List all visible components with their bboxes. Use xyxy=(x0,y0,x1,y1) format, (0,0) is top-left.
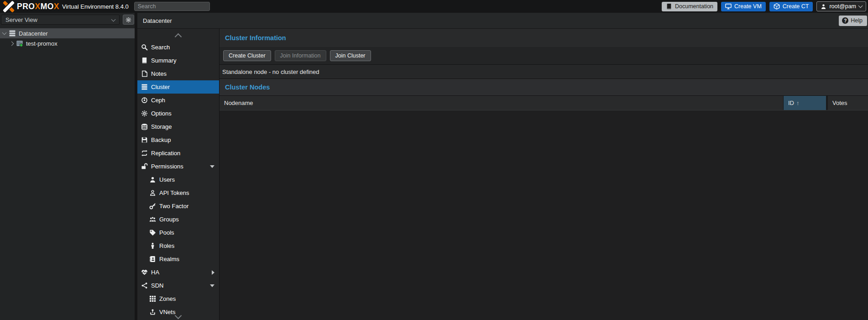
chevron-down-icon xyxy=(111,17,116,21)
tree-item-datacenter[interactable]: Datacenter xyxy=(0,28,135,38)
wordmark-segment: X xyxy=(35,2,40,11)
sort-ascending-icon: ↑ xyxy=(796,100,800,106)
chevron-down-icon[interactable] xyxy=(2,31,7,35)
person-icon xyxy=(149,242,156,249)
sidebar-item-cluster[interactable]: Cluster xyxy=(137,80,219,94)
server-icon xyxy=(141,84,148,90)
user-icon xyxy=(821,4,826,10)
gear-icon xyxy=(125,17,131,23)
column-header-nodename[interactable]: Nodename xyxy=(220,96,783,110)
sidebar-item-label: Pools xyxy=(159,229,174,236)
scroll-down-indicator[interactable] xyxy=(137,313,219,320)
user-icon xyxy=(149,176,156,183)
documentation-button[interactable]: Documentation xyxy=(662,2,717,11)
create-vm-button[interactable]: Create VM xyxy=(721,2,766,11)
sidebar-item-label: Search xyxy=(151,44,170,51)
wordmark-segment: MO xyxy=(41,2,54,11)
chevron-down-icon xyxy=(858,4,863,8)
wordmark-segment: PRO xyxy=(17,2,35,11)
gear-icon xyxy=(141,110,148,117)
sidebar-item-ceph[interactable]: Ceph xyxy=(137,94,219,107)
grid-icon xyxy=(149,295,156,302)
join-information-button[interactable]: Join Information xyxy=(275,50,326,61)
sidebar-item-options[interactable]: Options xyxy=(137,107,219,120)
key-icon xyxy=(149,203,156,210)
sidebar-item-groups[interactable]: Groups xyxy=(137,213,219,226)
sidebar-item-two-factor[interactable]: Two Factor xyxy=(137,199,219,213)
sidebar-item-search[interactable]: Search xyxy=(137,41,219,54)
tree-item-label: test-promox xyxy=(26,40,58,47)
sidebar-item-realms[interactable]: Realms xyxy=(137,252,219,266)
column-header-votes[interactable]: Votes xyxy=(828,96,868,110)
book-icon xyxy=(141,57,148,64)
sidebar-item-roles[interactable]: Roles xyxy=(137,239,219,252)
note-icon xyxy=(141,70,148,77)
tree-item-label: Datacenter xyxy=(19,30,48,37)
sidebar-item-api-tokens[interactable]: API Tokens xyxy=(137,186,219,199)
book-icon xyxy=(666,3,672,10)
create-cluster-button[interactable]: Create Cluster xyxy=(223,50,271,61)
view-selector-value: Server View xyxy=(5,16,37,23)
sidebar-item-label: SDN xyxy=(151,282,163,289)
user-menu-button[interactable]: root@pam xyxy=(816,1,866,11)
proxmox-logo-icon xyxy=(2,1,15,12)
page-title: Datacenter xyxy=(143,17,172,24)
sidebar-item-label: Permissions xyxy=(151,163,183,170)
topbar-actions: DocumentationCreate VMCreate CTroot@pam xyxy=(662,1,866,11)
user-label: root@pam xyxy=(829,3,856,10)
join-cluster-button[interactable]: Join Cluster xyxy=(330,50,371,61)
sidebar-item-sdn[interactable]: SDN xyxy=(137,279,219,292)
global-search-input[interactable] xyxy=(134,2,210,11)
heartbeat-icon xyxy=(141,269,148,276)
sidebar-item-zones[interactable]: Zones xyxy=(137,292,219,305)
sidebar-item-label: Replication xyxy=(151,150,180,157)
user-outline-icon xyxy=(149,189,156,196)
sidebar-item-replication[interactable]: Replication xyxy=(137,147,219,160)
sidebar-item-label: Cluster xyxy=(151,84,170,90)
sidebar-item-label: Ceph xyxy=(151,97,165,104)
sidebar-item-storage[interactable]: Storage xyxy=(137,120,219,133)
top-bar: PROXMOX Virtual Environment 8.4.0 Docume… xyxy=(0,0,868,13)
sidebar-item-label: Options xyxy=(151,110,172,117)
sidebar-item-summary[interactable]: Summary xyxy=(137,54,219,67)
search-icon xyxy=(141,44,148,51)
help-label: Help xyxy=(851,17,863,24)
chevron-right-icon[interactable] xyxy=(10,41,14,46)
server-icon xyxy=(9,30,16,37)
sidebar-item-label: Roles xyxy=(159,242,174,249)
section-title: Cluster Nodes xyxy=(225,84,270,91)
help-button[interactable]: ? Help xyxy=(839,16,867,26)
sidebar-item-pools[interactable]: Pools xyxy=(137,226,219,239)
chevron-down-icon xyxy=(175,312,182,320)
database-icon xyxy=(141,123,148,130)
section-title: Cluster Information xyxy=(225,34,286,42)
sidebar-item-ha[interactable]: HA xyxy=(137,266,219,279)
column-header-id[interactable]: ID↑ xyxy=(783,96,828,110)
tree-item-test-promox[interactable]: test-promox xyxy=(0,38,135,48)
nodes-table-header: NodenameID↑Votes xyxy=(220,96,868,110)
button-label: Create CT xyxy=(783,3,809,10)
view-settings-button[interactable] xyxy=(123,15,134,25)
column-label: ID xyxy=(788,100,794,106)
content-panel: Cluster Information Create ClusterJoin I… xyxy=(220,29,868,320)
sidebar-item-permissions[interactable]: Permissions xyxy=(137,160,219,173)
config-sidebar: SearchSummaryNotesClusterCephOptionsStor… xyxy=(137,29,220,320)
column-label: Nodename xyxy=(224,100,253,106)
sidebar-item-label: Notes xyxy=(151,70,167,77)
sidebar-item-backup[interactable]: Backup xyxy=(137,133,219,147)
users-icon xyxy=(149,216,156,223)
view-selector-dropdown[interactable]: Server View xyxy=(1,15,120,25)
proxmox-app: PROXMOX Virtual Environment 8.4.0 Docume… xyxy=(0,0,868,320)
scroll-up-indicator[interactable] xyxy=(137,29,219,41)
resource-tree-panel: Server View Datacentertest-promox xyxy=(0,13,137,320)
sidebar-item-users[interactable]: Users xyxy=(137,173,219,186)
sidebar-item-notes[interactable]: Notes xyxy=(137,67,219,80)
network-icon xyxy=(141,282,148,289)
sidebar-item-label: Two Factor xyxy=(159,203,188,210)
create-ct-button[interactable]: Create CT xyxy=(769,2,813,11)
tag-icon xyxy=(149,229,156,236)
nodes-table-body xyxy=(220,110,868,320)
unlock-icon xyxy=(141,163,148,170)
question-icon: ? xyxy=(842,17,848,24)
sidebar-item-label: HA xyxy=(151,269,159,276)
